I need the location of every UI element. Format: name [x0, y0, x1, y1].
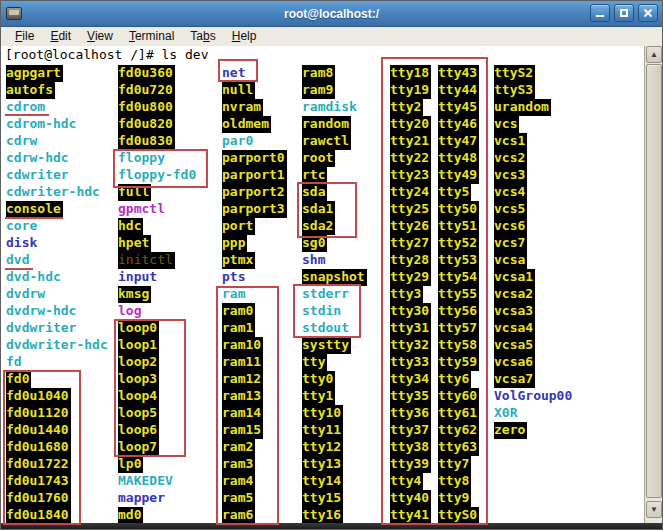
ls-entry-tty21: tty21 — [390, 133, 431, 150]
ls-entry-vcs4: vcs4 — [494, 184, 527, 201]
ls-entry-disk: disk — [6, 235, 37, 252]
ls-entry-vcs5: vcs5 — [494, 201, 527, 218]
ls-entry-loop0: loop0 — [118, 320, 159, 337]
ls-entry-tty46: tty46 — [438, 116, 479, 133]
ls-entry-tty25: tty25 — [390, 201, 431, 218]
scrollbar[interactable]: ▲ ▼ — [644, 46, 662, 524]
ls-entry-tty35: tty35 — [390, 388, 431, 405]
ls-entry-tty60: tty60 — [438, 388, 479, 405]
ls-entry-loop1: loop1 — [118, 337, 159, 354]
titlebar[interactable]: root@localhost:/ — [1, 1, 662, 27]
ls-entry-tty58: tty58 — [438, 337, 479, 354]
maximize-button[interactable] — [614, 4, 634, 22]
close-icon — [643, 8, 653, 18]
ls-entry-x0r: X0R — [494, 405, 517, 422]
ls-entry-vcsa6: vcsa6 — [494, 354, 535, 371]
ls-entry-tty: tty — [302, 354, 327, 371]
ls-entry-hdc: hdc — [118, 218, 143, 235]
ls-entry-cdwriter-hdc: cdwriter-hdc — [6, 184, 100, 201]
ls-entry-full: full — [118, 184, 151, 201]
ls-entry-vcsa5: vcsa5 — [494, 337, 535, 354]
ls-entry-parport3: parport3 — [222, 201, 287, 218]
menu-item-edit[interactable]: Edit — [42, 28, 79, 45]
scrollbar-down-icon[interactable]: ▼ — [646, 501, 662, 518]
ls-entry-tty19: tty19 — [390, 82, 431, 99]
ls-entry-systty: systty — [302, 337, 351, 354]
ls-entry-loop7: loop7 — [118, 439, 159, 456]
ls-entry-tty52: tty52 — [438, 235, 479, 252]
terminal-output[interactable]: [root@localhost /]# ls dev agpgartautofs… — [1, 46, 644, 524]
scrollbar-up-icon[interactable]: ▲ — [646, 46, 662, 63]
ls-entry-fd0u720: fd0u720 — [118, 82, 175, 99]
ls-entry-fd0: fd0 — [6, 371, 31, 388]
ls-entry-tty15: tty15 — [302, 490, 343, 507]
menu-item-help[interactable]: Help — [224, 28, 265, 45]
ls-entry-tty62: tty62 — [438, 422, 479, 439]
ls-entry-tty18: tty18 — [390, 65, 431, 82]
menu-item-view[interactable]: View — [79, 28, 121, 45]
ls-entry-ram13: ram13 — [222, 388, 263, 405]
ls-entry-floppy: floppy — [118, 150, 165, 167]
ls-entry-null: null — [222, 82, 255, 99]
ls-entry-zero: zero — [494, 422, 527, 439]
ls-entry-tty45: tty45 — [438, 99, 479, 116]
ls-entry-fd0u830: fd0u830 — [118, 133, 175, 150]
ls-entry-vcsa4: vcsa4 — [494, 320, 535, 337]
ls-entry-loop4: loop4 — [118, 388, 159, 405]
ls-entry-ram8: ram8 — [302, 65, 335, 82]
ls-entry-tty36: tty36 — [390, 405, 431, 422]
ls-entry-tty3: tty3 — [390, 286, 423, 303]
ls-entry-gpmctl: gpmctl — [118, 201, 165, 218]
ls-entry-shm: shm — [302, 252, 325, 269]
ls-entry-stdout: stdout — [302, 320, 349, 337]
ls-entry-sda1: sda1 — [302, 201, 335, 218]
ls-entry-tty26: tty26 — [390, 218, 431, 235]
ls-entry-tty53: tty53 — [438, 252, 479, 269]
ls-entry-tty39: tty39 — [390, 456, 431, 473]
close-button[interactable] — [638, 4, 658, 22]
ls-entry-parport1: parport1 — [222, 167, 287, 184]
ls-entry-initctl: initctl — [118, 252, 175, 269]
ls-entry-ram4: ram4 — [222, 473, 255, 490]
ls-entry-tty57: tty57 — [438, 320, 479, 337]
menu-item-terminal[interactable]: Terminal — [121, 28, 182, 45]
ls-entry-tty28: tty28 — [390, 252, 431, 269]
window-bottom-frame — [1, 523, 662, 529]
ls-entry-rtc: rtc — [302, 167, 327, 184]
ls-entry-random: random — [302, 116, 351, 133]
ls-entry-tty9: tty9 — [438, 490, 471, 507]
terminal-window: root@localhost:/ FileEditViewTerminalTab… — [0, 0, 663, 530]
ls-entry-tty14: tty14 — [302, 473, 343, 490]
ls-entry-tty59: tty59 — [438, 354, 479, 371]
ls-entry-fd0u1680: fd0u1680 — [6, 439, 71, 456]
ls-entry-tty11: tty11 — [302, 422, 343, 439]
ls-entry-tty4: tty4 — [390, 473, 423, 490]
ls-entry-tty13: tty13 — [302, 456, 343, 473]
ls-entry-tty54: tty54 — [438, 269, 479, 286]
ls-entry-ppp: ppp — [222, 235, 247, 252]
ls-entry-tty16: tty16 — [302, 507, 343, 524]
menu-item-tabs[interactable]: Tabs — [182, 28, 223, 45]
ls-entry-vcsa3: vcsa3 — [494, 303, 535, 320]
ls-entry-dvd-hdc: dvd-hdc — [6, 269, 61, 286]
ls-entry-sda2: sda2 — [302, 218, 335, 235]
maximize-icon — [620, 9, 628, 17]
ls-entry-tty5: tty5 — [438, 184, 471, 201]
ls-entry-ram11: ram11 — [222, 354, 263, 371]
ls-entry-parport0: parport0 — [222, 150, 287, 167]
ls-entry-tty2: tty2 — [390, 99, 423, 116]
terminal-app-icon[interactable] — [6, 7, 22, 20]
ls-entry-vcs3: vcs3 — [494, 167, 527, 184]
menu-item-file[interactable]: File — [7, 28, 42, 45]
ls-entry-parport2: parport2 — [222, 184, 287, 201]
ls-entry-console: console — [6, 201, 63, 218]
ls-entry-vcsa1: vcsa1 — [494, 269, 535, 286]
ls-entry-fd0u1040: fd0u1040 — [6, 388, 71, 405]
minimize-button[interactable] — [590, 4, 610, 22]
scrollbar-thumb[interactable] — [646, 64, 662, 498]
ls-entry-vcsa: vcsa — [494, 252, 527, 269]
ls-entry-vcsa2: vcsa2 — [494, 286, 535, 303]
ls-entry-tty23: tty23 — [390, 167, 431, 184]
ls-entry-fd0u820: fd0u820 — [118, 116, 175, 133]
ls-entry-tty27: tty27 — [390, 235, 431, 252]
